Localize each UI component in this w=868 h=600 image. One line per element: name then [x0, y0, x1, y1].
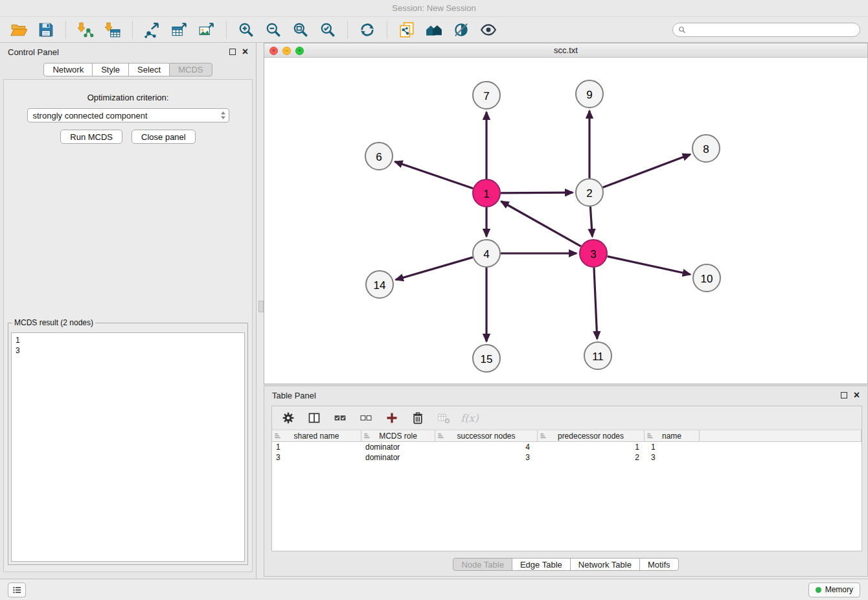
table-panel-header: Table Panel ×	[264, 386, 867, 404]
list-icon	[12, 585, 22, 595]
plus-icon	[385, 411, 398, 424]
graph-node-11[interactable]: 11	[584, 342, 611, 369]
column-header-successor-nodes[interactable]: successor nodes	[435, 430, 538, 441]
graph-node-10[interactable]: 10	[693, 264, 720, 292]
close-window-icon[interactable]: ×	[269, 47, 278, 55]
tab-select[interactable]: Select	[128, 63, 170, 76]
graph-node-7[interactable]: 7	[473, 82, 500, 109]
graph-node-3[interactable]: 3	[580, 240, 607, 267]
zoom-out-button[interactable]	[260, 19, 287, 41]
graph-edge-3-10[interactable]	[607, 257, 690, 275]
sort-icon	[437, 432, 444, 439]
column-header-name[interactable]: name	[645, 430, 700, 441]
fx-icon: f(x)	[461, 412, 478, 424]
save-session-button[interactable]	[32, 19, 60, 41]
export-network-button[interactable]	[139, 19, 166, 41]
graph-edge-4-14[interactable]	[396, 257, 473, 280]
import-network-icon	[77, 21, 94, 38]
columns-icon	[308, 411, 321, 424]
column-header-MCDS-role[interactable]: MCDS role	[361, 430, 435, 441]
graph-edge-1-6[interactable]	[395, 161, 474, 188]
zoom-fit-button[interactable]	[287, 19, 314, 41]
toolbar-separator	[347, 21, 348, 39]
close-table-panel-icon[interactable]: ×	[854, 390, 860, 400]
table-row[interactable]: 3dominator323	[272, 452, 862, 463]
control-panel-title: Control Panel	[8, 47, 59, 57]
optimization-select[interactable]: strongly connected component	[27, 108, 229, 122]
graph-node-14[interactable]: 14	[366, 271, 393, 298]
show-columns-button[interactable]	[306, 410, 323, 426]
close-panel-icon[interactable]: ×	[242, 47, 248, 57]
table-settings-button[interactable]	[280, 410, 297, 426]
apply-layout-button[interactable]	[354, 19, 381, 41]
graph-node-15[interactable]: 15	[473, 345, 500, 372]
tab-mcds[interactable]: MCDS	[169, 63, 212, 76]
float-table-panel-icon[interactable]	[841, 392, 847, 398]
float-panel-icon[interactable]	[229, 49, 236, 55]
graph-node-4[interactable]: 4	[473, 240, 500, 267]
search-box[interactable]	[672, 23, 860, 37]
toolbar-separator	[387, 21, 387, 39]
open-session-button[interactable]	[5, 19, 32, 41]
first-neighbors-button[interactable]	[420, 19, 448, 41]
column-header-predecessor-nodes[interactable]: predecessor nodes	[538, 430, 645, 441]
mcds-result-line: 3	[16, 345, 240, 356]
tab-motifs[interactable]: Motifs	[639, 558, 679, 571]
tab-node-table[interactable]: Node Table	[453, 558, 512, 571]
graph-edge-2-3[interactable]	[590, 207, 592, 237]
table-cell: 2	[538, 452, 645, 463]
unselect-all-columns-button[interactable]	[358, 410, 374, 426]
tab-network-table[interactable]: Network Table	[570, 558, 640, 571]
table-row[interactable]: 1dominator411	[272, 442, 862, 452]
graphics-details-button[interactable]	[448, 19, 475, 41]
create-column-button[interactable]	[383, 410, 400, 426]
close-panel-button[interactable]: Close panel	[131, 130, 196, 144]
table-cell-filler	[700, 442, 862, 452]
clone-network-button[interactable]	[393, 19, 420, 41]
vertical-splitter[interactable]	[257, 43, 264, 579]
function-builder-button: f(x)	[461, 410, 478, 426]
graph-node-8[interactable]: 8	[692, 135, 720, 162]
mcds-result-title: MCDS result (2 nodes)	[12, 318, 95, 327]
graph-node-1[interactable]: 1	[473, 179, 500, 207]
maximize-window-icon[interactable]: +	[295, 47, 304, 55]
table-cell: 1	[538, 442, 645, 452]
svg-text:8: 8	[703, 143, 709, 156]
search-input[interactable]	[689, 25, 854, 34]
graph-edge-2-8[interactable]	[603, 154, 691, 187]
table-cell: 1	[645, 442, 700, 452]
graph-node-6[interactable]: 6	[365, 143, 393, 170]
import-network-button[interactable]	[72, 19, 99, 41]
tab-style[interactable]: Style	[92, 63, 129, 76]
graph-node-9[interactable]: 9	[576, 80, 603, 108]
run-mcds-button[interactable]: Run MCDS	[60, 130, 122, 144]
task-history-button[interactable]	[8, 583, 26, 597]
import-table-button[interactable]	[99, 19, 126, 41]
network-canvas[interactable]: 7968124314101511	[264, 58, 867, 384]
zoom-in-button[interactable]	[233, 19, 260, 41]
export-image-button[interactable]	[193, 19, 220, 41]
svg-text:11: 11	[592, 351, 604, 363]
network-window: × − + scc.txt 7968124314101511	[264, 43, 868, 384]
show-hide-button[interactable]	[475, 19, 502, 41]
mcds-result-box: MCDS result (2 nodes) 13	[8, 318, 248, 565]
graph-node-2[interactable]: 2	[576, 179, 603, 206]
memory-button[interactable]: Memory	[808, 583, 860, 597]
mcds-result-list[interactable]: 13	[11, 332, 245, 562]
zoom-selected-button[interactable]	[314, 19, 341, 41]
network-window-titlebar[interactable]: × − + scc.txt	[264, 43, 867, 58]
tab-edge-table[interactable]: Edge Table	[512, 558, 571, 571]
svg-text:15: 15	[481, 353, 493, 365]
export-table-button[interactable]	[166, 19, 193, 41]
graph-edge-3-1[interactable]	[501, 202, 581, 246]
graph-edge-1-2[interactable]	[501, 192, 573, 193]
minimize-window-icon[interactable]: −	[282, 47, 291, 55]
delete-columns-button[interactable]	[409, 410, 426, 426]
select-all-columns-button[interactable]	[332, 410, 348, 426]
column-header-shared-name[interactable]: shared name	[272, 430, 361, 441]
tab-network[interactable]: Network	[43, 63, 93, 76]
table-cell: 3	[272, 452, 361, 463]
mcds-tab-content: Optimization criterion: strongly connect…	[3, 79, 253, 572]
table-cell: 3	[645, 452, 700, 463]
graph-edge-3-11[interactable]	[594, 268, 597, 339]
